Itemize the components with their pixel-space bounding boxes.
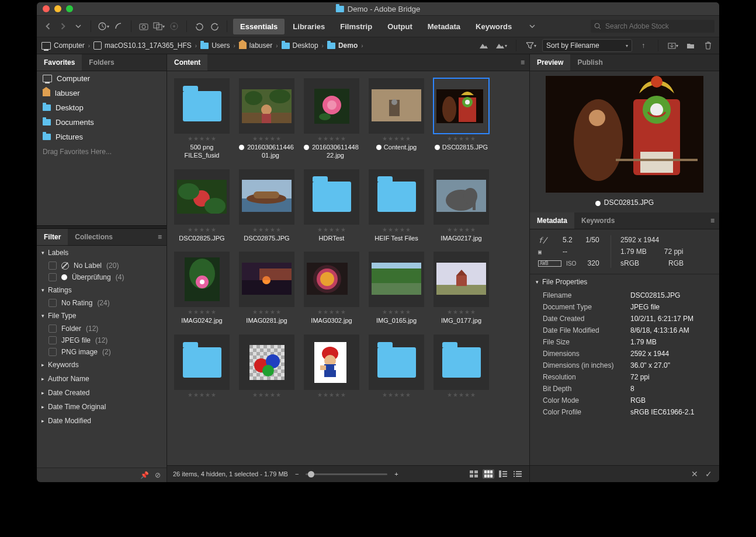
pin-icon[interactable]: 📌 <box>140 471 149 479</box>
favorite-item-pictures[interactable]: Pictures <box>37 130 167 144</box>
rating-stars[interactable]: ★★★★★ <box>188 135 216 142</box>
favorite-item-documents[interactable]: Documents <box>37 115 167 130</box>
favorite-item-desktop[interactable]: Desktop <box>37 100 167 115</box>
thumbnail[interactable] <box>239 252 294 307</box>
rating-stars[interactable]: ★★★★★ <box>382 226 411 233</box>
content-item[interactable]: ★★★★★IMG_0165.jpg <box>369 252 424 325</box>
tab-content[interactable]: Content <box>167 54 207 71</box>
rating-stars[interactable]: ★★★★★ <box>447 309 476 315</box>
workspace-tab-filmstrip[interactable]: Filmstrip <box>333 19 379 34</box>
breadcrumb-desktop[interactable]: Desktop <box>282 41 318 50</box>
filter-section-labels[interactable]: ▾Labels <box>37 246 167 260</box>
rating-stars[interactable]: ★★★★★ <box>317 309 346 315</box>
content-item[interactable]: ★★★★★ <box>304 334 359 398</box>
minimize-window-button[interactable] <box>54 5 61 12</box>
thumbnail[interactable] <box>304 78 359 134</box>
rotate-ccw-button[interactable] <box>193 20 206 33</box>
breadcrumb-demo[interactable]: Demo <box>327 41 358 50</box>
thumbnail[interactable] <box>174 78 230 134</box>
content-item[interactable]: ★★★★★ <box>434 334 489 398</box>
cancel-metadata-button[interactable]: ✕ <box>691 469 698 479</box>
search-stock-input[interactable] <box>604 22 711 31</box>
tab-favorites[interactable]: Favorites <box>37 54 82 71</box>
filter-section-file-type[interactable]: ▾File Type <box>37 309 167 323</box>
content-item[interactable]: ★★★★★ <box>369 334 424 398</box>
rating-stars[interactable]: ★★★★★ <box>188 392 216 398</box>
search-stock-field[interactable] <box>591 20 715 33</box>
workspace-tab-metadata[interactable]: Metadata <box>421 19 467 34</box>
tab-metadata[interactable]: Metadata <box>530 212 574 229</box>
thumbnail[interactable] <box>369 334 424 390</box>
sort-direction-button[interactable]: ↑ <box>637 39 650 52</box>
metadata-panel-menu[interactable]: ≡ <box>706 217 719 225</box>
content-item[interactable]: ★★★★★DSC02825.JPG <box>174 169 230 243</box>
content-item[interactable]: ★★★★★DSC02875.JPG <box>239 169 294 243</box>
zoom-window-button[interactable] <box>66 5 73 12</box>
content-item[interactable]: ★★★★★HEIF Test Files <box>369 169 424 243</box>
breadcrumb-users[interactable]: Users <box>200 41 230 50</box>
thumbnail-quality-button[interactable] <box>477 39 490 52</box>
filter-item[interactable]: No Label (20) <box>37 260 167 271</box>
boomerang-button[interactable] <box>112 20 125 33</box>
tab-preview[interactable]: Preview <box>530 54 570 71</box>
thumbnail[interactable] <box>369 252 424 307</box>
thumbnail[interactable] <box>369 169 424 225</box>
content-item[interactable]: ★★★★★IMAG0217.jpg <box>434 169 489 243</box>
tab-filter[interactable]: Filter <box>37 229 68 245</box>
content-item[interactable]: ★★★★★IMG_0177.jpg <box>434 252 489 325</box>
thumbnail[interactable] <box>304 169 359 225</box>
filter-item[interactable]: PNG image (2) <box>37 346 167 358</box>
content-item[interactable]: ★★★★★ <box>174 334 230 398</box>
filter-item[interactable]: Folder (12) <box>37 323 167 334</box>
breadcrumb-labuser[interactable]: labuser <box>239 41 272 50</box>
view-details-button[interactable] <box>497 469 509 479</box>
file-properties-header[interactable]: ▾ File Properties <box>530 274 719 290</box>
content-item[interactable]: ★★★★★Content.jpg <box>369 78 424 160</box>
breadcrumb-computer[interactable]: Computer <box>41 41 85 50</box>
thumbnail-quality-dropdown[interactable]: ▾ <box>495 39 508 52</box>
breadcrumb-macos10-13-17a365-hfs[interactable]: macOS10.13_17A365_HFS <box>93 41 192 50</box>
thumbnail[interactable] <box>239 169 294 225</box>
filter-by-rating-dropdown[interactable]: ▾ <box>525 39 537 52</box>
thumbnail[interactable] <box>174 252 230 307</box>
tab-folders[interactable]: Folders <box>82 54 121 71</box>
content-panel-menu[interactable]: ≡ <box>516 58 529 67</box>
content-item[interactable]: ★★★★★HDRTest <box>304 169 359 243</box>
filter-item[interactable]: JPEG file (12) <box>37 334 167 346</box>
open-recent-dropdown[interactable]: ▾ <box>667 39 679 52</box>
thumbnail[interactable] <box>434 169 489 225</box>
content-item[interactable]: ★★★★★IMAG0302.jpg <box>304 252 359 325</box>
thumbnail[interactable] <box>434 78 489 134</box>
favorite-item-computer[interactable]: Computer <box>37 71 167 86</box>
thumbnail-size-slider[interactable] <box>306 473 387 475</box>
filter-section-date-time-original[interactable]: ▸Date Time Original <box>37 400 167 414</box>
tab-publish[interactable]: Publish <box>570 54 609 71</box>
view-grid-lock-button[interactable] <box>468 469 480 479</box>
rating-stars[interactable]: ★★★★★ <box>382 309 411 315</box>
tab-collections[interactable]: Collections <box>68 229 120 245</box>
rating-stars[interactable]: ★★★★★ <box>188 226 216 233</box>
rating-stars[interactable]: ★★★★★ <box>382 392 411 398</box>
close-window-button[interactable] <box>43 5 50 12</box>
new-folder-button[interactable] <box>684 39 697 52</box>
workspace-tab-essentials[interactable]: Essentials <box>233 19 285 34</box>
thumbnail[interactable] <box>239 334 294 390</box>
thumbnail[interactable] <box>174 334 230 390</box>
refine-button[interactable]: ▾ <box>152 20 165 33</box>
view-list-button[interactable] <box>512 469 523 479</box>
rating-stars[interactable]: ★★★★★ <box>447 135 476 142</box>
filter-section-author-name[interactable]: ▸Author Name <box>37 372 167 386</box>
sort-dropdown[interactable]: Sort by Filename ▾ <box>542 39 632 52</box>
reveal-recent-button[interactable]: ▾ <box>97 20 110 33</box>
content-item[interactable]: ★★★★★201603061144822.jpg <box>304 78 359 160</box>
filter-item[interactable]: No Rating (24) <box>37 297 167 309</box>
get-photos-button[interactable] <box>137 20 150 33</box>
filter-panel-menu[interactable]: ≡ <box>153 233 167 241</box>
content-item[interactable]: ★★★★★IMAG0281.jpg <box>239 252 294 325</box>
content-area[interactable]: ★★★★★500 png FILES_fusid★★★★★20160306114… <box>167 71 529 465</box>
filter-item[interactable]: Überprüfung (4) <box>37 271 167 283</box>
rating-stars[interactable]: ★★★★★ <box>252 309 281 315</box>
nav-recent-dropdown[interactable] <box>72 20 85 33</box>
thumbnail[interactable] <box>434 252 489 307</box>
content-item[interactable]: ★★★★★500 png FILES_fusid <box>174 78 230 160</box>
